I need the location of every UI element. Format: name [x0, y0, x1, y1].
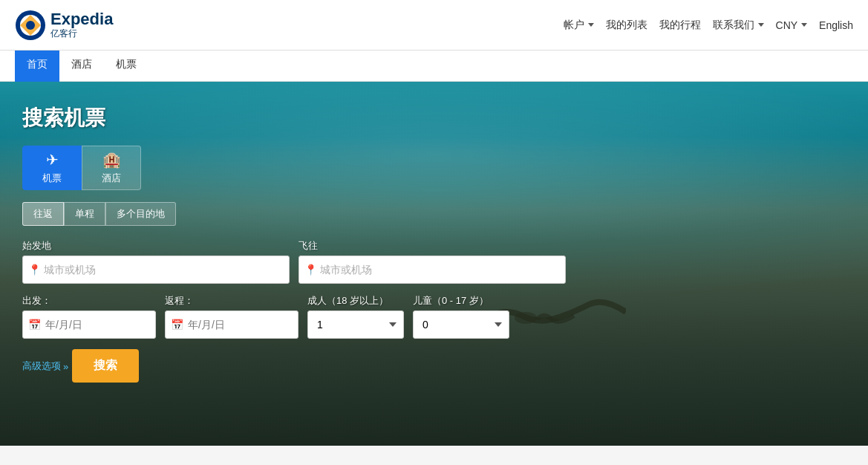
depart-label: 出发： — [22, 294, 156, 308]
origin-label: 始发地 — [22, 239, 290, 253]
adult-label: 成人（18 岁以上） — [307, 294, 404, 308]
nav-flights[interactable]: 机票 — [104, 51, 149, 82]
tab-flight-label: 机票 — [42, 172, 62, 185]
child-label: 儿童（0 - 17 岁） — [413, 294, 509, 308]
language-selector[interactable]: English — [819, 19, 853, 31]
depart-input-wrapper: 📅 — [22, 310, 156, 339]
logo-text: Expedia — [50, 10, 113, 29]
origin-group: 始发地 📍 — [22, 239, 290, 284]
date-passengers-row: 出发： 📅 返程： 📅 成人（18 岁以上） 1 2 — [22, 294, 846, 339]
logo-area: Expedia 亿客行 — [15, 10, 113, 41]
account-menu[interactable]: 帐户 — [564, 19, 594, 32]
adult-select[interactable]: 1 2 3 4 5 6 — [307, 310, 404, 339]
advanced-label: 高级选项 — [22, 360, 61, 373]
header: Expedia 亿客行 帐户 我的列表 我的行程 联系我们 CNY Englis… — [0, 0, 868, 51]
trip-roundtrip[interactable]: 往返 — [22, 202, 64, 226]
trips-link[interactable]: 我的行程 — [659, 19, 701, 32]
location-dest-icon: 📍 — [304, 264, 317, 276]
main-navbar: 首页 酒店 机票 — [0, 51, 868, 82]
calendar-depart-icon: 📅 — [28, 319, 41, 331]
trip-multicity[interactable]: 多个目的地 — [105, 202, 176, 226]
adult-group: 成人（18 岁以上） 1 2 3 4 5 6 — [307, 294, 404, 339]
account-chevron-icon — [588, 23, 594, 27]
hero-section: 搜索机票 ✈ 机票 🏨 酒店 往返 单程 多个目的地 始发地 📍 — [0, 82, 868, 446]
child-select[interactable]: 0 1 2 3 4 5 — [413, 310, 509, 339]
location-icon: 📍 — [28, 264, 41, 276]
calendar-return-icon: 📅 — [171, 319, 183, 331]
dest-label: 飞往 — [298, 239, 566, 253]
tab-hotel-label: 酒店 — [102, 172, 121, 185]
contact-menu[interactable]: 联系我们 — [713, 19, 764, 32]
trip-oneway[interactable]: 单程 — [64, 202, 105, 226]
flight-icon: ✈ — [46, 151, 59, 169]
return-input-wrapper: 📅 — [165, 310, 298, 339]
currency-chevron-icon — [801, 23, 807, 27]
return-group: 返程： 📅 — [165, 294, 298, 339]
depart-input[interactable] — [22, 310, 156, 339]
tab-hotel[interactable]: 🏨 酒店 — [82, 146, 141, 190]
hero-content: 搜索机票 ✈ 机票 🏨 酒店 往返 单程 多个目的地 始发地 📍 — [0, 82, 868, 446]
dest-input-wrapper: 📍 — [298, 256, 566, 284]
svg-point-2 — [26, 21, 35, 30]
child-select-wrapper: 0 1 2 3 4 5 — [413, 310, 509, 339]
origin-input[interactable] — [22, 256, 290, 284]
advanced-arrow-icon: » — [63, 361, 68, 372]
advanced-options-link[interactable]: 高级选项 » — [22, 360, 68, 373]
logo-subtitle: 亿客行 — [50, 27, 113, 40]
origin-input-wrapper: 📍 — [22, 256, 290, 284]
expedia-logo-icon — [15, 10, 46, 41]
nav-hotels[interactable]: 酒店 — [59, 51, 104, 82]
child-group: 儿童（0 - 17 岁） 0 1 2 3 4 5 — [413, 294, 509, 339]
dest-group: 飞往 📍 — [298, 239, 566, 284]
origin-dest-row: 始发地 📍 飞往 📍 — [22, 239, 846, 284]
dest-input[interactable] — [298, 256, 566, 284]
search-title: 搜索机票 — [22, 104, 846, 132]
adult-select-wrapper: 1 2 3 4 5 6 — [307, 310, 404, 339]
type-tabs: ✈ 机票 🏨 酒店 — [22, 146, 846, 190]
tab-flight[interactable]: ✈ 机票 — [22, 146, 82, 190]
contact-chevron-icon — [758, 23, 764, 27]
return-label: 返程： — [165, 294, 298, 308]
trip-type-tabs: 往返 单程 多个目的地 — [22, 202, 846, 226]
depart-group: 出发： 📅 — [22, 294, 156, 339]
return-input[interactable] — [165, 310, 298, 339]
nav-home[interactable]: 首页 — [15, 51, 59, 82]
currency-menu[interactable]: CNY — [776, 19, 808, 31]
search-button[interactable]: 搜索 — [72, 349, 139, 383]
header-nav: 帐户 我的列表 我的行程 联系我们 CNY English — [564, 19, 853, 32]
favorites-link[interactable]: 我的列表 — [606, 19, 647, 32]
hotel-icon: 🏨 — [102, 151, 121, 169]
